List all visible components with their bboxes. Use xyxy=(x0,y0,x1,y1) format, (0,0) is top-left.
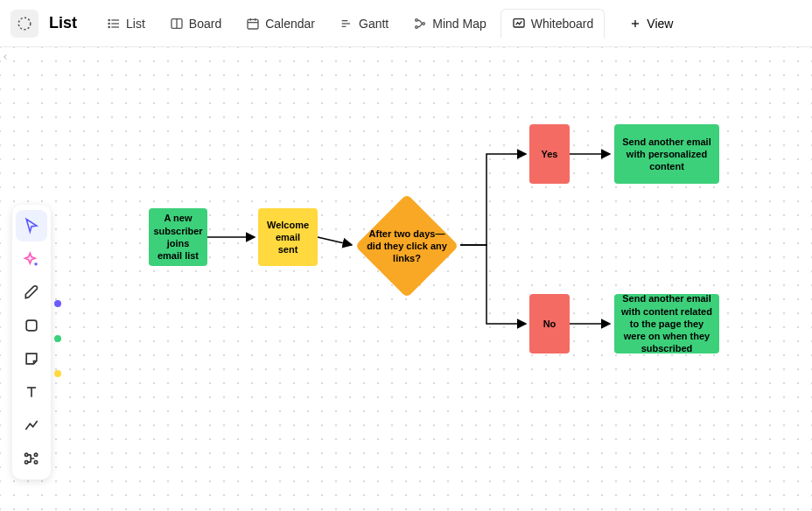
tool-pen[interactable] xyxy=(16,276,47,308)
tab-gantt[interactable]: Gantt xyxy=(329,10,399,38)
svg-point-0 xyxy=(18,18,31,30)
svg-point-32 xyxy=(34,461,37,464)
page-title: List xyxy=(49,14,77,32)
gantt-icon xyxy=(340,17,354,31)
ai-sparkle-icon xyxy=(23,250,40,268)
tab-board[interactable]: Board xyxy=(159,10,232,38)
svg-point-17 xyxy=(416,25,418,28)
tool-diagram[interactable] xyxy=(16,443,47,474)
tab-label: Gantt xyxy=(359,17,388,31)
tab-calendar[interactable]: Calendar xyxy=(235,10,326,38)
tab-whiteboard[interactable]: Whiteboard xyxy=(500,9,606,38)
sticky-color-indicator[interactable] xyxy=(54,370,61,377)
shape-color-indicator[interactable] xyxy=(54,335,61,342)
svg-point-18 xyxy=(423,22,425,24)
connector-icon xyxy=(23,416,40,434)
svg-point-6 xyxy=(108,26,109,27)
tab-label: Mind Map xyxy=(432,17,486,31)
board-icon xyxy=(170,17,184,31)
tool-text[interactable] xyxy=(16,376,47,408)
view-tabs-header: List List Board Calendar Gantt Mind Map … xyxy=(0,0,812,47)
add-view-button[interactable]: View xyxy=(619,10,683,38)
node-text: Send another email with personalized con… xyxy=(621,136,712,173)
tab-list[interactable]: List xyxy=(96,10,156,38)
svg-point-30 xyxy=(25,461,28,464)
sticky-note-icon xyxy=(23,350,40,368)
flow-node-no[interactable]: No xyxy=(529,294,570,354)
flow-node-yes[interactable]: Yes xyxy=(529,124,570,184)
plus-icon xyxy=(629,18,641,30)
node-text: Welcome email sent xyxy=(265,219,311,256)
flow-node-yes-action[interactable]: Send another email with personalized con… xyxy=(614,124,719,184)
list-icon xyxy=(107,17,121,31)
flow-node-no-action[interactable]: Send another email with content related … xyxy=(614,294,719,354)
mindmap-icon xyxy=(413,17,427,31)
svg-rect-9 xyxy=(248,19,258,29)
text-icon xyxy=(23,383,40,401)
tab-label: Calendar xyxy=(265,17,315,31)
diagram-icon xyxy=(23,450,40,467)
tool-connector[interactable] xyxy=(16,410,47,441)
node-text: After two days—did they click any links? xyxy=(363,228,451,265)
whiteboard-icon xyxy=(512,17,526,31)
tool-cursor[interactable] xyxy=(16,210,47,242)
flow-node-decision[interactable]: After two days—did they click any links? xyxy=(354,193,459,298)
node-text: No xyxy=(543,318,556,330)
svg-line-23 xyxy=(318,237,352,245)
dashed-circle-icon xyxy=(17,16,32,32)
tool-sticky[interactable] xyxy=(16,343,47,374)
node-text: Send another email with content related … xyxy=(621,292,712,354)
square-icon xyxy=(23,317,40,334)
svg-rect-26 xyxy=(26,320,37,331)
tool-ai[interactable] xyxy=(16,243,47,275)
whiteboard-canvas[interactable]: A new subscriber joins email list Welcom… xyxy=(0,47,812,511)
svg-point-31 xyxy=(34,453,37,456)
list-type-icon-box[interactable] xyxy=(10,10,38,38)
tab-mindmap[interactable]: Mind Map xyxy=(402,10,496,38)
svg-point-5 xyxy=(108,23,109,24)
cursor-icon xyxy=(23,217,40,234)
pen-color-indicator[interactable] xyxy=(54,300,61,307)
pen-icon xyxy=(23,284,40,301)
svg-point-16 xyxy=(416,18,418,21)
flow-node-start[interactable]: A new subscriber joins email list xyxy=(149,208,207,266)
whiteboard-toolbox xyxy=(12,205,51,480)
tool-shape[interactable] xyxy=(16,310,47,341)
node-text: Yes xyxy=(542,148,558,160)
add-view-label: View xyxy=(647,17,673,31)
svg-point-4 xyxy=(108,19,109,20)
node-text: A new subscriber joins email list xyxy=(153,212,202,262)
tab-label: List xyxy=(126,17,145,31)
tab-label: Whiteboard xyxy=(531,17,594,31)
flow-node-welcome[interactable]: Welcome email sent xyxy=(258,208,318,266)
calendar-icon xyxy=(246,17,260,31)
tab-label: Board xyxy=(189,17,221,31)
svg-point-29 xyxy=(25,453,28,456)
